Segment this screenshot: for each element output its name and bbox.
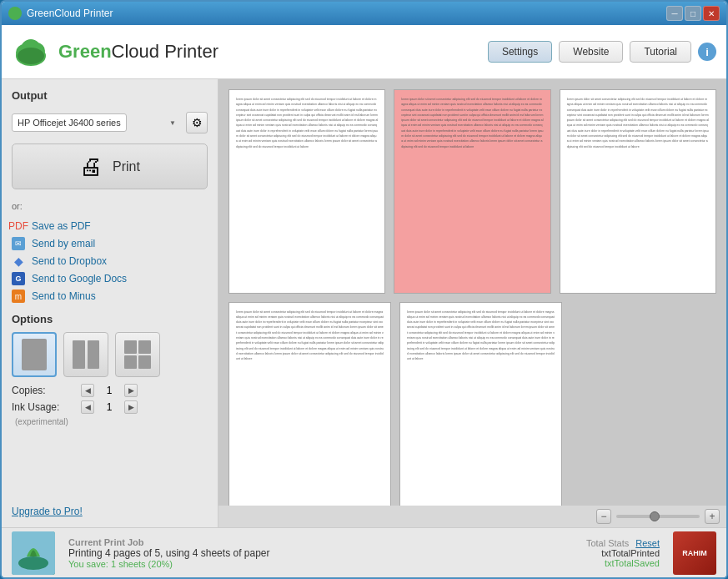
zoom-slider[interactable] (616, 515, 700, 518)
page-preview-4[interactable] (228, 302, 391, 506)
copies-control: ◀ 1 ▶ (81, 384, 138, 397)
status-thumb-image (12, 531, 55, 575)
statusbar: Current Print Job Printing 4 pages of 5,… (2, 527, 726, 577)
print-button[interactable]: 🖨 Print (12, 143, 208, 189)
save-pdf-label: Save as PDF (32, 220, 91, 232)
info-button[interactable]: i (698, 43, 716, 61)
print-job-title: Current Print Job (68, 537, 573, 547)
printer-settings-button[interactable]: ⚙ (186, 112, 208, 133)
page-preview-3[interactable] (560, 89, 716, 294)
experimental-label: (experimental) (15, 417, 208, 426)
header-buttons: Settings Website Tutorial i (488, 41, 716, 63)
total-stats-title: Total Stats (586, 538, 629, 548)
send-gdocs-label: Send to Google Docs (32, 273, 127, 284)
total-stats: Total Stats Reset txtTotalPrinted txtTot… (586, 538, 660, 568)
svg-point-6 (18, 556, 48, 570)
svg-point-4 (18, 48, 44, 64)
main-window: GreenCloud Printer ─ □ ✕ GreenCloud Prin… (0, 0, 728, 579)
email-icon: ✉ (12, 237, 25, 250)
print-label: Print (113, 159, 140, 174)
copies-label: Copies: (12, 385, 74, 396)
printer-select[interactable]: HP Officejet J6400 series (12, 113, 127, 132)
printer-row: HP Officejet J6400 series ⚙ (12, 112, 208, 133)
close-button[interactable]: ✕ (703, 6, 720, 21)
total-saved-label: txtTotalSaved (586, 558, 660, 568)
send-minus-link[interactable]: m Send to Minus (12, 290, 208, 303)
logo-text: GreenCloud Printer (58, 41, 218, 63)
page-preview-1[interactable] (228, 89, 385, 294)
copies-row: Copies: ◀ 1 ▶ (12, 384, 208, 397)
page-1-content (229, 90, 384, 293)
preview-panel: − + (218, 79, 726, 527)
pages-row-1 (228, 89, 716, 294)
send-dropbox-label: Send to Dropbox (32, 255, 107, 267)
ink-row: Ink Usage: ◀ 1 ▶ (12, 400, 208, 414)
save-pdf-link[interactable]: PDF Save as PDF (12, 219, 208, 233)
preview-area (218, 79, 726, 506)
logo-area: GreenCloud Printer (12, 33, 218, 71)
action-links: PDF Save as PDF ✉ Send by email ◆ Send t… (12, 219, 208, 303)
logo-icon (12, 33, 50, 71)
window-controls: ─ □ ✕ (666, 6, 720, 21)
ink-control: ◀ 1 ▶ (81, 400, 138, 414)
zoom-bar: − + (218, 506, 726, 527)
logo-green: Green (58, 41, 112, 62)
layout-options (12, 332, 208, 377)
minimize-button[interactable]: ─ (666, 6, 683, 21)
send-gdocs-link[interactable]: G Send to Google Docs (12, 272, 208, 285)
ink-increment[interactable]: ▶ (124, 400, 138, 414)
titlebar: GreenCloud Printer ─ □ ✕ (2, 2, 726, 25)
print-job-text: Printing 4 pages of 5, using 4 sheets of… (68, 547, 573, 559)
upgrade-link[interactable]: Upgrade to Pro! (12, 499, 208, 517)
gdocs-icon: G (12, 272, 25, 285)
page-preview-5[interactable] (399, 302, 562, 506)
ink-decrement[interactable]: ◀ (81, 400, 94, 414)
page-2-content (394, 90, 550, 293)
copies-increment[interactable]: ▶ (124, 384, 138, 397)
options-section: Options (12, 313, 208, 426)
layout-quad-button[interactable] (115, 332, 160, 377)
settings-button[interactable]: Settings (488, 41, 552, 63)
ink-label: Ink Usage: (12, 401, 74, 413)
or-label: or: (12, 201, 208, 211)
zoom-thumb[interactable] (650, 511, 660, 521)
website-button[interactable]: Website (559, 41, 623, 63)
maximize-button[interactable]: □ (685, 6, 701, 21)
output-title: Output (12, 89, 208, 102)
send-email-label: Send by email (32, 238, 95, 249)
save-text: You save: 1 sheets (20%) (68, 559, 573, 569)
pages-row-2 (228, 302, 562, 506)
send-minus-label: Send to Minus (32, 290, 96, 302)
status-info: Current Print Job Printing 4 pages of 5,… (68, 537, 573, 569)
printer-select-wrapper: HP Officejet J6400 series (12, 113, 181, 132)
layout-single-icon (22, 339, 47, 370)
page-3-content (560, 90, 715, 293)
reset-link[interactable]: Reset (635, 538, 660, 548)
dropbox-icon: ◆ (12, 254, 25, 268)
layout-double-icon (69, 337, 103, 372)
titlebar-left: GreenCloud Printer (8, 7, 113, 20)
zoom-in-button[interactable]: + (705, 509, 720, 524)
layout-single-button[interactable] (12, 332, 57, 377)
logo-dark: Cloud Printer (112, 41, 218, 62)
printer-icon: 🖨 (79, 153, 103, 180)
options-title: Options (12, 313, 208, 325)
page-5-content (400, 303, 561, 506)
layout-double-button[interactable] (63, 332, 108, 377)
main-content: Output HP Officejet J6400 series ⚙ 🖨 Pri… (2, 79, 726, 527)
send-dropbox-link[interactable]: ◆ Send to Dropbox (12, 254, 208, 268)
send-email-link[interactable]: ✉ Send by email (12, 237, 208, 250)
rahim-logo: RAHIM (673, 531, 716, 575)
ink-value: 1 (98, 401, 121, 413)
total-printed-label: txtTotalPrinted (586, 548, 660, 558)
copies-decrement[interactable]: ◀ (81, 384, 94, 397)
sidebar: Output HP Officejet J6400 series ⚙ 🖨 Pri… (2, 79, 218, 527)
page-4-content (229, 303, 390, 506)
app-icon (8, 7, 22, 20)
page-preview-2[interactable] (394, 89, 550, 294)
copies-value: 1 (98, 385, 121, 396)
layout-quad-icon (121, 337, 154, 372)
zoom-out-button[interactable]: − (596, 509, 611, 524)
header: GreenCloud Printer Settings Website Tuto… (2, 25, 726, 79)
tutorial-button[interactable]: Tutorial (630, 41, 691, 63)
